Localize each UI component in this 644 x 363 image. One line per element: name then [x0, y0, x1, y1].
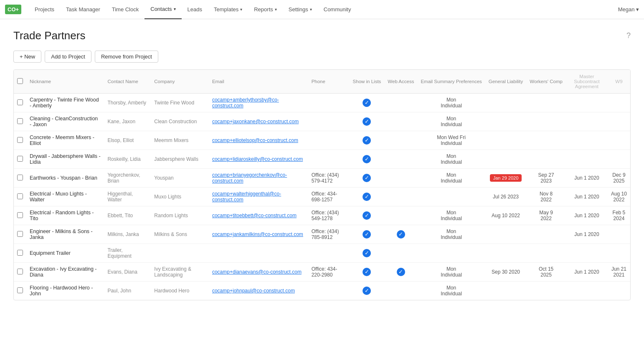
cell-phone [308, 244, 350, 263]
row-checkbox[interactable] [17, 175, 23, 180]
email-link[interactable]: cocamp+titoebbett@co-construct.com [212, 213, 297, 218]
nav-projects[interactable]: Projects [29, 0, 60, 19]
master-sub-date: Jun 1 2020 [574, 231, 599, 237]
cell-show-in-lists: ✓ [350, 282, 385, 300]
cell-email-summary: MonIndividual [417, 263, 485, 282]
cell-nickname: Excavation - Ivy Excavating - Diana [26, 263, 104, 282]
show-in-lists-check: ✓ [363, 249, 371, 257]
cell-web-access [384, 112, 417, 131]
show-in-lists-check: ✓ [363, 99, 371, 107]
add-to-project-button[interactable]: Add to Project [45, 51, 91, 63]
email-link[interactable]: cocamp+dianaevans@co-construct.com [212, 269, 302, 275]
row-checkbox[interactable] [17, 250, 23, 256]
email-link[interactable]: cocamp+johnpaul@co-construct.com [212, 288, 295, 294]
row-checkbox[interactable] [17, 193, 23, 199]
cell-general-liability: Aug 10 2022 [485, 206, 526, 225]
add-to-project-label: Add to Project [51, 53, 85, 60]
master-sub-date: Jun 1 2020 [574, 175, 599, 181]
cell-web-access [384, 131, 417, 150]
nav-reports[interactable]: Reports ▾ [248, 0, 283, 19]
row-checkbox[interactable] [17, 118, 23, 124]
row-checkbox-cell [14, 282, 26, 300]
cell-show-in-lists: ✓ [350, 150, 385, 169]
show-in-lists-check: ✓ [363, 287, 371, 295]
cell-email: cocamp+brianyegorchenkov@co-construct.co… [209, 169, 308, 188]
nav-templates[interactable]: Templates ▾ [208, 0, 248, 19]
nav-time-clock[interactable]: Time Clock [106, 0, 145, 19]
th-master-sub: Master Subcontract Agreement [566, 70, 608, 94]
row-checkbox[interactable] [17, 99, 23, 105]
cell-email: cocamp+elliotelsop@co-construct.com [209, 131, 308, 150]
th-web-access: Web Access [384, 70, 417, 94]
cell-general-liability [485, 112, 526, 131]
cell-nickname: Electrical - Muxo Lights - Walter [26, 188, 104, 206]
select-all-checkbox[interactable] [17, 78, 23, 84]
cell-nickname: Cleaning - CleanConstruction - Jaxon [26, 112, 104, 131]
w9-date: Dec 92025 [612, 172, 625, 184]
cell-contact-name: Higgenthal, Walter [104, 188, 151, 206]
table-row: Carpentry - Twinte Fine Wood - AmberlyTh… [14, 94, 630, 112]
cell-web-access [384, 94, 417, 112]
show-in-lists-check: ✓ [363, 193, 371, 201]
cell-general-liability: Jul 26 2023 [485, 188, 526, 206]
th-email: Email [209, 70, 308, 94]
page-header: Trade Partners ? [13, 29, 631, 42]
row-checkbox[interactable] [17, 156, 23, 162]
cell-contact-name: Elsop, Elliot [104, 131, 151, 150]
row-checkbox[interactable] [17, 269, 23, 274]
cell-company: Twinte Fine Wood [151, 94, 209, 112]
table-row: Cleaning - CleanConstruction - JaxonKane… [14, 112, 630, 131]
cell-phone: Office: 434-220-2980 [308, 263, 350, 282]
email-link[interactable]: cocamp+elliotelsop@co-construct.com [212, 137, 298, 143]
cell-email-summary [417, 188, 485, 206]
th-w9: W9 [608, 70, 630, 94]
row-checkbox[interactable] [17, 212, 23, 218]
templates-chevron: ▾ [240, 7, 242, 12]
cell-email: cocamp+jankamilkins@co-construct.com [209, 225, 308, 244]
user-menu[interactable]: Megan ▾ [618, 6, 639, 13]
email-link[interactable]: cocamp+brianyegorchenkov@co-construct.co… [212, 172, 287, 184]
row-checkbox-cell [14, 94, 26, 112]
nav-settings[interactable]: Settings ▾ [283, 0, 318, 19]
email-link[interactable]: cocamp+jankamilkins@co-construct.com [212, 231, 303, 237]
trade-partners-table-container: Nickname Contact Name Company Email Phon… [13, 69, 631, 300]
cell-workers-comp [526, 282, 566, 300]
cell-web-access [384, 282, 417, 300]
email-link[interactable]: cocamp+walterhiggenthal@co-construct.com [212, 191, 281, 203]
nav-contacts[interactable]: Contacts ▾ [145, 0, 181, 19]
table-row: Electrical - Random Lights - TitoEbbett,… [14, 206, 630, 225]
cell-master-sub [566, 244, 608, 263]
nav-leads[interactable]: Leads [182, 0, 208, 19]
cell-show-in-lists: ✓ [350, 188, 385, 206]
row-checkbox[interactable] [17, 137, 23, 143]
cell-company: Jabbersphere Walls [151, 150, 209, 169]
cell-master-sub [566, 94, 608, 112]
cell-company: Clean Construction [151, 112, 209, 131]
cell-email-summary: MonIndividual [417, 150, 485, 169]
th-show-in-lists: Show in Lists [350, 70, 385, 94]
cell-web-access: ✓ [384, 263, 417, 282]
remove-from-project-button[interactable]: Remove from Project [95, 51, 158, 63]
email-link[interactable]: cocamp+lidiaroskeilly@co-construct.com [212, 156, 303, 162]
table-row: Earthworks - Youspan - BrianYegorchenkov… [14, 169, 630, 188]
cell-show-in-lists: ✓ [350, 94, 385, 112]
app-logo[interactable]: CO+ [5, 5, 21, 14]
help-icon[interactable]: ? [626, 31, 631, 40]
new-button[interactable]: + New [13, 51, 41, 63]
nav-task-manager[interactable]: Task Manager [60, 0, 106, 19]
email-link[interactable]: cocamp+amberlythorsby@co-construct.com [212, 97, 279, 109]
cell-general-liability [485, 150, 526, 169]
workers-comp-date: Nov 82022 [540, 191, 553, 203]
date-text: Jul 26 2023 [493, 194, 519, 200]
cell-contact-name: Kane, Jaxon [104, 112, 151, 131]
email-link[interactable]: cocamp+jaxonkane@co-construct.com [212, 119, 299, 124]
row-checkbox[interactable] [17, 231, 23, 237]
reports-chevron: ▾ [275, 7, 277, 12]
th-phone: Phone [308, 70, 350, 94]
show-in-lists-check: ✓ [363, 117, 371, 126]
row-checkbox[interactable] [17, 287, 23, 293]
nav-community[interactable]: Community [318, 0, 357, 19]
th-select-all[interactable] [14, 70, 26, 94]
cell-master-sub: Jun 1 2020 [566, 225, 608, 244]
cell-w9: Aug 102022 [608, 188, 630, 206]
